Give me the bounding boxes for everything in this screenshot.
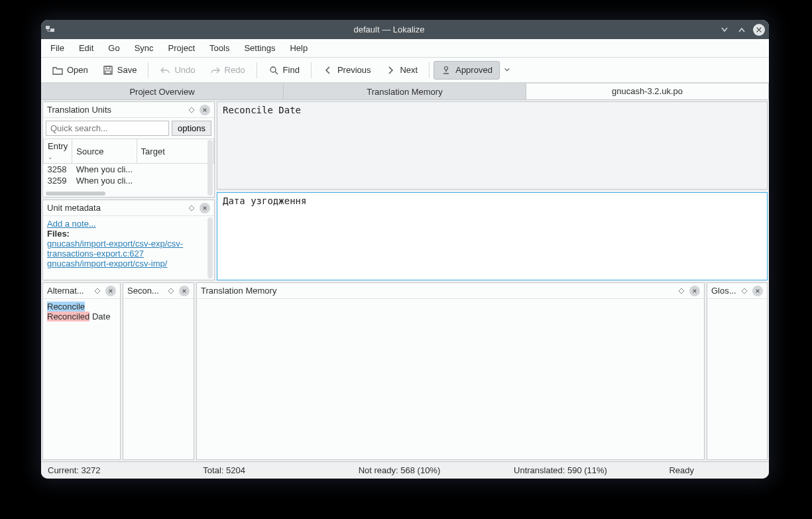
panel-header: Unit metadata — [43, 200, 214, 216]
panel-header: Translation Units — [43, 102, 214, 118]
menubar: File Edit Go Sync Project Tools Settings… — [41, 39, 769, 58]
file-link[interactable]: gnucash/import-export/csv-imp/ — [47, 259, 167, 268]
previous-button[interactable]: Previous — [316, 61, 378, 80]
col-source[interactable]: Source — [72, 139, 137, 164]
approved-button[interactable]: Approved — [434, 61, 500, 80]
toolbar: Open Save Undo Redo Find Previous Next — [41, 58, 769, 83]
panel-title: Unit metadata — [47, 203, 184, 213]
menu-settings[interactable]: Settings — [237, 40, 282, 56]
col-entry[interactable]: Entry ⌄ — [44, 139, 72, 164]
chevron-right-icon — [385, 65, 396, 76]
glossary-body — [707, 299, 767, 459]
table-row[interactable]: 3258 When you cli... — [44, 164, 214, 176]
units-table-container: Entry ⌄ Source Target 3258 When you cli.… — [43, 139, 214, 197]
editor-area: Reconcile Date Дата узгодження — [217, 101, 768, 280]
units-table: Entry ⌄ Source Target 3258 When you cli.… — [43, 139, 214, 186]
save-label: Save — [117, 65, 137, 75]
previous-label: Previous — [337, 65, 371, 75]
tab-file[interactable]: gnucash-3.2.uk.po — [526, 84, 769, 99]
redo-icon — [210, 65, 221, 76]
menu-help[interactable]: Help — [283, 40, 314, 56]
approved-label: Approved — [455, 65, 493, 75]
status-total: Total: 5204 — [203, 465, 358, 475]
panel-float-button[interactable] — [92, 286, 103, 296]
chevron-left-icon — [323, 65, 333, 76]
alternate-translations-panel: Alternat... Reconcile Reconciled Date — [42, 282, 121, 460]
col-target[interactable]: Target — [137, 139, 213, 164]
add-note-link[interactable]: Add a note... — [47, 219, 96, 229]
scrollbar[interactable] — [207, 217, 213, 278]
panel-float-button[interactable] — [186, 203, 197, 213]
menu-project[interactable]: Project — [162, 40, 202, 56]
panel-close-button[interactable] — [179, 286, 190, 296]
undo-label: Undo — [174, 65, 195, 75]
maximize-button[interactable] — [736, 24, 748, 36]
approved-dropdown[interactable] — [500, 62, 514, 78]
open-button[interactable]: Open — [45, 61, 95, 80]
menu-sync[interactable]: Sync — [128, 40, 160, 56]
find-button[interactable]: Find — [261, 61, 307, 80]
redo-label: Redo — [225, 65, 245, 75]
tab-project-overview[interactable]: Project Overview — [41, 84, 284, 99]
find-label: Find — [283, 65, 300, 75]
close-button[interactable] — [753, 24, 765, 36]
window-title: default — Lokalize — [60, 25, 719, 34]
app-window: default — Lokalize File Edit Go Sync Pro… — [41, 20, 769, 479]
panel-close-button[interactable] — [200, 105, 210, 115]
glossary-panel: Glos... — [707, 282, 768, 460]
svg-rect-1 — [50, 29, 54, 32]
menu-edit[interactable]: Edit — [72, 40, 100, 56]
svg-point-6 — [445, 66, 448, 70]
minimize-button[interactable] — [719, 24, 730, 36]
translation-units-panel: Translation Units options Entry ⌄ Source… — [42, 101, 215, 198]
search-options-button[interactable]: options — [172, 121, 211, 136]
panel-float-button[interactable] — [739, 286, 750, 296]
menu-go[interactable]: Go — [101, 40, 126, 56]
table-row[interactable]: 3259 When you cli... — [44, 175, 214, 186]
svg-rect-4 — [105, 71, 111, 74]
panel-float-button[interactable] — [166, 286, 176, 296]
toolbar-separator — [148, 62, 148, 78]
scrollbar[interactable] — [207, 140, 213, 196]
search-row: options — [43, 118, 214, 139]
save-icon — [103, 65, 113, 76]
stamp-icon — [441, 65, 451, 76]
search-icon — [268, 65, 279, 76]
target-text-box[interactable]: Дата узгодження — [217, 192, 768, 280]
file-link[interactable]: gnucash/import-export/csv-exp/csv-transa… — [47, 239, 183, 259]
status-current: Current: 3272 — [48, 465, 203, 475]
alternate-body: Reconcile Reconciled Date — [43, 299, 120, 459]
svg-rect-0 — [46, 26, 50, 29]
save-button[interactable]: Save — [95, 61, 145, 80]
next-button[interactable]: Next — [378, 61, 425, 80]
next-label: Next — [400, 65, 418, 75]
toolbar-separator — [429, 62, 430, 78]
translation-memory-panel: Translation Memory — [196, 282, 705, 460]
redo-button[interactable]: Redo — [203, 61, 253, 80]
bottom-row: Alternat... Reconcile Reconciled Date Se… — [42, 282, 768, 460]
panel-close-button[interactable] — [105, 286, 116, 296]
tabbar: Project Overview Translation Memory gnuc… — [41, 83, 769, 100]
menu-file[interactable]: File — [44, 40, 71, 56]
main-area: Translation Units options Entry ⌄ Source… — [41, 100, 769, 461]
panel-header: Alternat... — [43, 283, 120, 299]
panel-close-button[interactable] — [200, 203, 210, 213]
source-text-box: Reconcile Date — [217, 101, 768, 190]
tab-translation-memory[interactable]: Translation Memory — [284, 84, 526, 99]
panel-title: Secon... — [127, 286, 163, 296]
quick-search-input[interactable] — [46, 121, 169, 136]
panel-header: Translation Memory — [197, 283, 704, 299]
menu-tools[interactable]: Tools — [203, 40, 236, 56]
status-untranslated: Untranslated: 590 (11%) — [514, 465, 669, 475]
panel-title: Translation Memory — [201, 286, 673, 296]
undo-button[interactable]: Undo — [152, 61, 202, 80]
undo-icon — [160, 65, 170, 76]
svg-point-5 — [270, 67, 276, 72]
diff-added: Reconcile — [47, 302, 85, 312]
panel-close-button[interactable] — [689, 286, 700, 296]
files-label: Files: — [47, 229, 70, 239]
panel-float-button[interactable] — [676, 286, 687, 296]
panel-close-button[interactable] — [752, 286, 763, 296]
panel-float-button[interactable] — [186, 105, 197, 115]
h-scrollbar[interactable] — [46, 192, 105, 196]
